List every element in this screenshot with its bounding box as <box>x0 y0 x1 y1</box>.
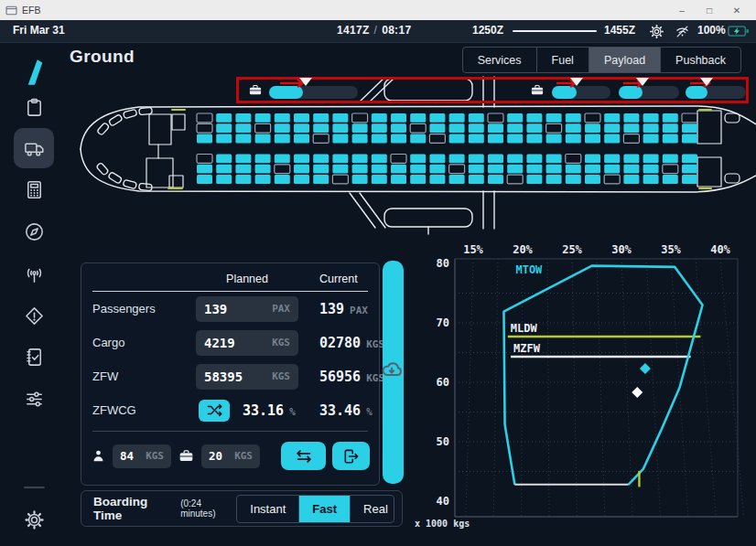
seat-u25-1[interactable] <box>663 113 678 123</box>
seat-l11-2[interactable] <box>391 165 406 174</box>
seat-u22-1[interactable] <box>604 113 620 123</box>
seat-l9-1[interactable] <box>352 155 368 164</box>
seat-l15-3[interactable] <box>469 175 484 184</box>
seat-l8-2[interactable] <box>332 165 348 174</box>
seat-l11-1[interactable] <box>391 155 406 164</box>
seat-u1-3[interactable] <box>197 134 212 144</box>
seat-u3-2[interactable] <box>235 123 251 133</box>
seat-l21-1[interactable] <box>585 155 600 164</box>
seat-l6-2[interactable] <box>294 165 309 174</box>
aft-cargo-bar-1[interactable] <box>552 86 610 99</box>
seat-l24-2[interactable] <box>643 165 659 174</box>
seat-l12-2[interactable] <box>410 165 426 174</box>
seat-l20-2[interactable] <box>566 165 581 174</box>
sidebar-item-clipboard[interactable] <box>14 87 54 127</box>
seat-l18-3[interactable] <box>526 175 542 184</box>
seat-l24-3[interactable] <box>643 175 659 184</box>
cloud-download-icon[interactable] <box>376 358 407 381</box>
sidebar-item-settings[interactable] <box>14 499 54 540</box>
seat-u12-1[interactable] <box>410 113 426 123</box>
sidebar-item-ground-services[interactable] <box>14 128 54 168</box>
sidebar-item-sliders[interactable] <box>14 379 54 419</box>
seat-u1-1[interactable] <box>197 113 212 123</box>
seat-l7-1[interactable] <box>313 155 329 164</box>
seat-l4-1[interactable] <box>255 155 271 164</box>
seat-u6-1[interactable] <box>294 113 309 123</box>
cg-shuffle-button[interactable] <box>199 400 230 422</box>
seat-u4-3[interactable] <box>255 134 271 144</box>
seat-l7-3[interactable] <box>313 175 329 184</box>
pax-weight-input[interactable]: 84KGS <box>113 444 171 468</box>
cg-point-tow-cg[interactable] <box>640 363 651 374</box>
seat-u5-2[interactable] <box>275 123 290 133</box>
minimize-button[interactable]: – <box>668 5 696 16</box>
seat-u2-1[interactable] <box>216 113 232 123</box>
seat-l2-1[interactable] <box>216 155 232 164</box>
tab-services[interactable]: Services <box>463 48 536 72</box>
seat-l25-3[interactable] <box>663 175 678 184</box>
seat-u9-3[interactable] <box>352 134 368 144</box>
seat-u19-3[interactable] <box>546 134 562 144</box>
seat-l15-1[interactable] <box>469 155 484 164</box>
seat-u24-1[interactable] <box>643 113 659 123</box>
seat-l16-1[interactable] <box>488 155 503 164</box>
transfer-payload-button[interactable] <box>281 442 326 470</box>
seat-u8-1[interactable] <box>332 113 348 123</box>
seat-u13-1[interactable] <box>429 113 445 123</box>
seat-l10-3[interactable] <box>372 175 387 184</box>
seat-u26-1[interactable] <box>682 113 697 123</box>
seat-u2-3[interactable] <box>216 134 232 144</box>
seat-u19-1[interactable] <box>546 113 562 123</box>
seat-u23-1[interactable] <box>623 113 639 123</box>
seat-l23-3[interactable] <box>623 175 639 184</box>
sidebar-item-caution[interactable] <box>14 295 54 336</box>
seat-l20-1[interactable] <box>566 155 581 164</box>
seat-l7-2[interactable] <box>313 165 329 174</box>
seat-l16-3[interactable] <box>488 175 503 184</box>
seat-u15-2[interactable] <box>469 123 484 133</box>
seat-u7-3[interactable] <box>313 134 329 144</box>
seat-u15-1[interactable] <box>469 113 484 123</box>
seat-u17-2[interactable] <box>507 123 523 133</box>
aft-cargo-bar-3[interactable] <box>686 86 746 99</box>
seat-u24-3[interactable] <box>643 134 659 144</box>
seat-l3-1[interactable] <box>235 155 251 164</box>
sidebar-item-compass[interactable] <box>14 211 54 252</box>
maximize-button[interactable]: □ <box>696 5 723 16</box>
seat-l10-1[interactable] <box>372 155 387 164</box>
seat-u18-3[interactable] <box>526 134 542 144</box>
seat-l21-2[interactable] <box>585 165 600 174</box>
seat-u11-1[interactable] <box>391 113 406 123</box>
sidebar-item-calculator[interactable] <box>14 169 54 209</box>
seat-l8-3[interactable] <box>332 175 348 184</box>
seat-l6-1[interactable] <box>294 155 309 164</box>
seat-l5-2[interactable] <box>275 165 290 174</box>
seat-l9-3[interactable] <box>352 175 368 184</box>
seat-u16-3[interactable] <box>488 134 503 144</box>
seat-l26-2[interactable] <box>682 165 697 174</box>
seat-l25-2[interactable] <box>663 165 678 174</box>
close-button[interactable]: ✕ <box>723 5 751 16</box>
seat-u23-2[interactable] <box>623 123 639 133</box>
seat-u18-2[interactable] <box>526 123 542 133</box>
seat-l6-3[interactable] <box>294 175 309 184</box>
seat-u26-3[interactable] <box>682 134 697 144</box>
seat-u5-1[interactable] <box>275 113 290 123</box>
seat-u22-3[interactable] <box>604 134 620 144</box>
boarding-real-button[interactable]: Real <box>350 496 394 522</box>
zfw-input[interactable]: 58395KGS <box>196 364 298 390</box>
seat-u14-1[interactable] <box>449 113 465 123</box>
seat-l20-3[interactable] <box>566 175 581 184</box>
seat-u21-2[interactable] <box>585 123 600 133</box>
seat-u1-2[interactable] <box>197 123 212 133</box>
seat-l4-3[interactable] <box>255 175 271 184</box>
seat-u25-3[interactable] <box>663 134 678 144</box>
fwd-cargo-bar[interactable] <box>269 86 358 99</box>
seat-u19-2[interactable] <box>546 123 562 133</box>
seat-u13-2[interactable] <box>429 123 445 133</box>
seat-u5-3[interactable] <box>275 134 290 144</box>
seat-u11-3[interactable] <box>391 134 406 144</box>
seat-u23-3[interactable] <box>623 134 639 144</box>
seat-l15-2[interactable] <box>469 165 484 174</box>
seat-l26-1[interactable] <box>682 155 697 164</box>
